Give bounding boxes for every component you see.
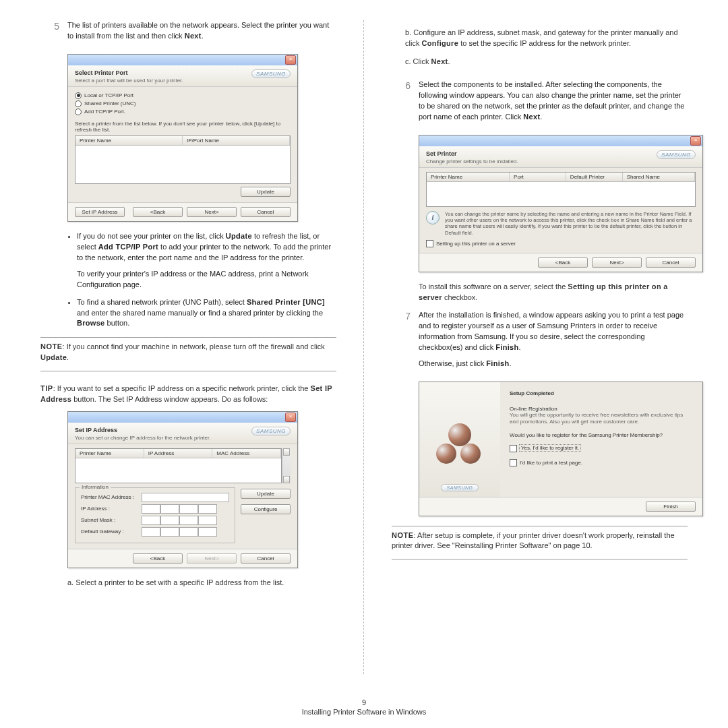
back-button[interactable]: <Back: [538, 257, 588, 268]
step-number-6: 6: [392, 80, 419, 128]
s7t2: Otherwise, just click: [419, 359, 486, 367]
substep-c: c. Click Next.: [405, 57, 688, 67]
dlg2-c2: IP Address: [144, 449, 213, 458]
next-button[interactable]: Next>: [187, 553, 237, 564]
dialog-set-printer: × Set Printer Change printer settings to…: [419, 135, 703, 273]
b1b: Configure: [421, 39, 458, 47]
configure-button[interactable]: Configure: [241, 504, 291, 514]
dialog-select-printer-port: × Select Printer Port Select a port that…: [67, 54, 298, 222]
cancel-button[interactable]: Cancel: [241, 553, 291, 564]
cancel-button[interactable]: Cancel: [646, 257, 696, 268]
update-button[interactable]: Update: [241, 489, 291, 499]
note1d: .: [67, 353, 69, 361]
d3-c4: Shared Name: [623, 173, 695, 181]
back-button[interactable]: <Back: [133, 553, 183, 564]
radio-label-3: Add TCP/IP Port.: [84, 109, 125, 115]
dlg3-title: Set Printer: [426, 150, 518, 157]
dialog1-titlebar: ×: [68, 55, 297, 65]
radio-add-tcpip[interactable]: [75, 109, 82, 115]
s7t2c: .: [509, 359, 511, 367]
step5-bullets: If you do not see your printer on the li…: [67, 231, 336, 330]
note2-rule-top: [392, 526, 688, 526]
close-icon[interactable]: ×: [285, 55, 296, 65]
dlg3-table[interactable]: Printer Name Port Default Printer Shared…: [426, 172, 696, 207]
dlg1-printer-list[interactable]: Printer Name IP/Port Name: [75, 135, 291, 184]
next-button[interactable]: Next>: [592, 257, 642, 268]
dialog-set-ip-address: × Set IP Address You can set or change I…: [67, 411, 298, 568]
dlg1-col-printer-name: Printer Name: [75, 136, 183, 145]
close-icon[interactable]: ×: [690, 136, 701, 146]
step-number-5: 5: [40, 20, 67, 47]
step-number-7: 7: [392, 310, 419, 375]
note2-rule-bot: [392, 559, 688, 559]
dlg4-chk1: Yes, I'd like to register it.: [520, 445, 580, 451]
note1-rule-top: [40, 337, 336, 338]
b1b: Update: [226, 232, 252, 240]
close-icon[interactable]: ×: [285, 413, 296, 422]
gateway-input[interactable]: [142, 527, 217, 537]
dlg3-info: You can change the printer name by selec…: [445, 211, 696, 237]
dlg4-question: Would you like to register for the Samsu…: [510, 432, 693, 438]
f-mac: Printer MAC Address :: [81, 494, 142, 500]
b2b: Shared Printer [UNC]: [247, 298, 325, 306]
tip1: TIP: If you want to set a specific IP ad…: [40, 384, 336, 404]
dlg1-subtitle: Select a port that will be used for your…: [75, 78, 183, 84]
b2d: Browse: [77, 319, 105, 327]
step6-dot: .: [540, 113, 542, 121]
next-button[interactable]: Next>: [187, 207, 237, 217]
dlg4-chk2: I'd like to print a test page.: [520, 459, 582, 465]
dlg2-subtitle: You can set or change IP address for the…: [75, 435, 210, 441]
c1b: Next: [431, 57, 448, 65]
dlg2-legend: Information: [80, 484, 111, 490]
p3a: To install this software on a server, se…: [419, 282, 568, 291]
substep-a: a. Select a printer to be set with a spe…: [67, 578, 336, 588]
ip-input[interactable]: [142, 504, 217, 514]
set-ip-address-button[interactable]: Set IP Address: [75, 207, 125, 217]
note1: NOTE: If you cannot find your machine in…: [40, 342, 336, 363]
step6-next: Next: [523, 113, 540, 121]
server-checkbox[interactable]: [426, 240, 433, 247]
dlg1-title: Select Printer Port: [75, 69, 183, 76]
radio-label-2: Shared Printer (UNC): [84, 100, 135, 107]
subnet-input[interactable]: [142, 516, 217, 525]
info-icon: i: [426, 211, 439, 224]
setup-sidebar-image: SAMSUNG: [419, 382, 500, 497]
tip1b: : If you want to set a specific IP addre…: [53, 384, 311, 392]
b2a: To find a shared network printer (UNC Pa…: [77, 298, 247, 306]
dlg2-c3: MAC Address: [212, 449, 281, 458]
page-footer: 9 Installing Printer Software in Windows: [0, 698, 728, 716]
after-dlg3: To install this software on a server, se…: [419, 282, 688, 303]
register-checkbox[interactable]: [510, 445, 517, 452]
right-column: b. Configure an IP address, subnet mask,…: [392, 20, 688, 674]
f-gw: Default Gateway :: [81, 528, 142, 535]
radio-label-1: Local or TCP/IP Port: [84, 92, 133, 98]
back-button[interactable]: <Back: [133, 207, 183, 217]
testpage-checkbox[interactable]: [510, 459, 517, 466]
radio-shared-unc[interactable]: [75, 100, 82, 107]
d3-c1: Printer Name: [427, 173, 510, 181]
page-number: 9: [0, 698, 728, 706]
note2-text: : After setup is complete, if your print…: [392, 531, 675, 549]
mac-input[interactable]: [142, 493, 229, 502]
b2c: and enter the shared name manually or fi…: [77, 309, 323, 317]
update-button[interactable]: Update: [241, 187, 291, 197]
samsung-logo: SAMSUNG: [251, 69, 291, 78]
note1-label: NOTE: [40, 342, 63, 351]
finish-button[interactable]: Finish: [646, 502, 696, 512]
s7t1b: Finish: [495, 343, 518, 351]
radio-local-tcpip[interactable]: [75, 92, 82, 99]
manual-page: 5 The list of printers available on the …: [0, 0, 728, 728]
note1b: : If you cannot find your machine in net…: [63, 342, 325, 351]
b1c: to set the specific IP address for the n…: [458, 39, 631, 47]
note2: NOTE: After setup is complete, if your p…: [392, 530, 688, 551]
d3-c3: Default Printer: [566, 173, 623, 181]
left-column: 5 The list of printers available on the …: [40, 20, 336, 674]
cancel-button[interactable]: Cancel: [241, 207, 291, 217]
column-divider: [363, 20, 365, 674]
dlg2-printer-list[interactable]: Printer Name IP Address MAC Address: [75, 448, 282, 483]
s7t1: After the installation is finished, a wi…: [419, 311, 684, 351]
p3c: checkbox.: [442, 293, 478, 301]
note1c: Update: [40, 353, 67, 361]
scrollbar[interactable]: [282, 448, 291, 483]
dlg1-instruction: Select a printer from the list below. If…: [75, 121, 291, 133]
